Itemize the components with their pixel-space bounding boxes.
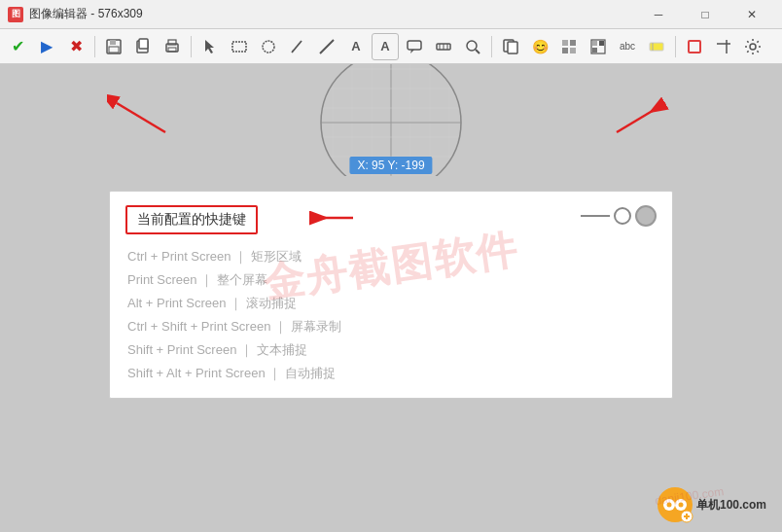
close-button[interactable]: ✕ xyxy=(729,3,774,26)
title-bar: 图 图像编辑器 - 576x309 ─ □ ✕ xyxy=(0,0,782,29)
panel-header: 当前配置的快捷键 xyxy=(125,205,657,234)
mosaic-tool[interactable] xyxy=(555,33,583,60)
svg-rect-34 xyxy=(689,41,700,53)
shortcut-list: Ctrl + Print Screen ｜ 矩形区域 Print Screen … xyxy=(125,248,657,382)
toolbar: ✔ ▶ ✖ A A 😊 abc xyxy=(0,29,782,64)
separator xyxy=(675,36,676,57)
shortcut-item: Ctrl + Shift + Print Screen ｜ 屏幕录制 xyxy=(127,318,657,336)
separator xyxy=(491,36,492,57)
separator xyxy=(94,36,95,57)
svg-line-55 xyxy=(117,103,165,132)
shortcut-panel: 当前配置的快捷键 Ctrl + Print Screen ｜ 矩形区域 Prin… xyxy=(109,191,673,399)
play-button[interactable]: ▶ xyxy=(33,33,60,60)
svg-rect-27 xyxy=(570,48,576,53)
panel-arrow-icon xyxy=(300,203,358,232)
fill-tool[interactable] xyxy=(585,33,612,60)
toggle-knob-left xyxy=(614,207,631,225)
svg-rect-4 xyxy=(139,39,148,49)
arrow-right-icon xyxy=(607,93,675,142)
svg-rect-1 xyxy=(110,40,116,45)
svg-rect-32 xyxy=(650,43,663,51)
toggle-line xyxy=(581,215,610,217)
save-copy-button[interactable] xyxy=(129,33,157,60)
zoom-tool[interactable] xyxy=(459,33,486,60)
cancel-button[interactable]: ✖ xyxy=(62,33,89,60)
svg-rect-24 xyxy=(562,40,568,46)
text-tool[interactable]: A xyxy=(342,33,370,60)
print-button[interactable] xyxy=(159,33,186,60)
svg-rect-31 xyxy=(592,48,597,53)
svg-line-13 xyxy=(320,40,334,53)
window-controls: ─ □ ✕ xyxy=(636,3,774,26)
svg-line-21 xyxy=(476,50,480,53)
toggle-area[interactable] xyxy=(581,205,657,227)
svg-point-10 xyxy=(263,41,274,53)
shortcut-item: Shift + Print Screen ｜ 文本捕捉 xyxy=(127,341,657,359)
separator xyxy=(191,36,192,57)
svg-rect-30 xyxy=(599,41,604,46)
highlight-tool[interactable] xyxy=(643,33,670,60)
pencil-tool[interactable] xyxy=(284,33,311,60)
svg-rect-14 xyxy=(408,41,421,50)
text-outline-tool[interactable]: A xyxy=(372,33,399,60)
toggle-knob-right xyxy=(635,205,657,227)
cursor-tool[interactable] xyxy=(196,33,224,60)
confirm-button[interactable]: ✔ xyxy=(4,33,31,60)
svg-rect-25 xyxy=(570,40,576,46)
main-content: X: 95 Y: -199 当前配置的快捷键 Ctrl + xyxy=(0,64,782,532)
coordinate-display: X: 95 Y: -199 xyxy=(349,157,432,174)
svg-rect-29 xyxy=(592,41,597,46)
minimize-button[interactable]: ─ xyxy=(636,3,681,26)
shortcut-item: Shift + Alt + Print Screen ｜ 自动捕捉 xyxy=(127,365,657,382)
rect-tool[interactable] xyxy=(226,33,253,60)
svg-rect-26 xyxy=(562,48,568,53)
shortcut-item: Alt + Print Screen ｜ 滚动捕捉 xyxy=(127,295,657,312)
shortcut-item: Ctrl + Print Screen ｜ 矩形区域 xyxy=(127,248,657,266)
speech-tool[interactable] xyxy=(401,33,428,60)
text-plain-tool[interactable]: abc xyxy=(614,33,641,60)
svg-line-57 xyxy=(617,103,665,132)
svg-rect-23 xyxy=(508,42,517,53)
shortcut-item: Print Screen ｜ 整个屏幕 xyxy=(127,271,657,289)
redact-tool[interactable] xyxy=(681,33,708,60)
arrow-left-icon xyxy=(107,93,175,142)
svg-rect-2 xyxy=(109,47,119,53)
canvas-area: X: 95 Y: -199 xyxy=(0,64,782,191)
window-title: 图像编辑器 - 576x309 xyxy=(29,6,636,22)
crop-tool[interactable] xyxy=(710,33,737,60)
line-tool[interactable] xyxy=(313,33,340,60)
app-icon: 图 xyxy=(8,7,23,22)
maximize-button[interactable]: □ xyxy=(683,3,728,26)
settings-tool[interactable] xyxy=(739,33,766,60)
save-button[interactable] xyxy=(100,33,127,60)
svg-marker-8 xyxy=(205,40,214,53)
emoji-tool[interactable]: 😊 xyxy=(526,33,553,60)
panel-title: 当前配置的快捷键 xyxy=(125,205,258,234)
svg-point-20 xyxy=(467,41,477,51)
measure-tool[interactable] xyxy=(430,33,457,60)
circle-tool[interactable] xyxy=(255,33,282,60)
svg-point-37 xyxy=(750,44,756,50)
copy-tool[interactable] xyxy=(497,33,524,60)
svg-rect-9 xyxy=(232,42,246,52)
